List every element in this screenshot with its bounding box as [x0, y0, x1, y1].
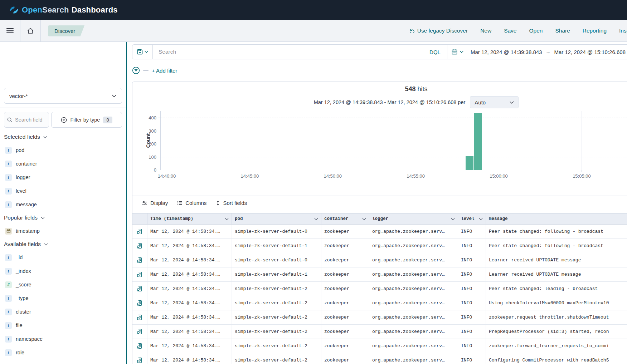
field-name: file [16, 323, 23, 328]
cell-logger: org.apache.zookeeper.serv… [369, 296, 458, 310]
index-pattern-select[interactable]: vector-* [4, 88, 122, 104]
search-input[interactable] [153, 49, 423, 55]
global-filter-icon [132, 67, 140, 74]
field-name: role [16, 350, 24, 355]
toolbar-button-label: Columns [185, 200, 206, 206]
chevron-down-icon [112, 94, 117, 97]
date-end[interactable]: Mar 12, 2024 @ 15:10:26.608 [554, 49, 626, 55]
date-quick-select-button[interactable] [447, 45, 468, 59]
field-search-input[interactable] [15, 117, 44, 123]
x-tick [582, 170, 582, 172]
field-group-header-selected-fields[interactable]: Selected fields [0, 131, 126, 143]
expand-document-button[interactable] [132, 325, 147, 339]
nav-item-use-legacy-discover[interactable]: Use legacy Discover [409, 28, 468, 34]
cell-level: INFO [458, 239, 486, 253]
field-name: _score [16, 282, 31, 287]
field-item-namespace[interactable]: tnamespace [0, 332, 126, 346]
histogram-bar[interactable] [466, 156, 473, 170]
home-button[interactable] [20, 20, 40, 41]
table-row: Mar 12, 2024 @ 14:58:34.…simple-zk-serve… [132, 253, 627, 267]
cell-container: zookeeper [321, 282, 369, 296]
expand-document-button[interactable] [132, 282, 147, 296]
x-tick-label: 14:50:00 [317, 173, 349, 179]
field-item-_id[interactable]: t_id [0, 251, 126, 264]
expand-document-button[interactable] [132, 253, 147, 267]
field-item-_index[interactable]: t_index [0, 264, 126, 278]
expand-document-button[interactable] [132, 339, 147, 353]
field-item-_type[interactable]: t_type [0, 291, 126, 305]
field-group-title: Available fields [4, 241, 41, 247]
field-item-_score[interactable]: #_score [0, 278, 126, 291]
field-item-message[interactable]: tmessage [0, 198, 126, 211]
saved-queries-button[interactable] [132, 45, 153, 59]
y-tick-label: 400 [141, 115, 156, 120]
field-item-level[interactable]: tlevel [0, 184, 126, 198]
inspect-document-icon [137, 271, 143, 277]
field-item-pod[interactable]: tpod [0, 143, 126, 157]
cell-level: INFO [458, 339, 486, 353]
nav-item-reporting[interactable]: Reporting [583, 28, 607, 34]
y-tick [158, 144, 161, 144]
cell-time: Mar 12, 2024 @ 14:58:34.… [147, 225, 232, 238]
cell-pod: simple-zk-server-default-2 [232, 282, 321, 296]
expand-document-button[interactable] [132, 267, 147, 281]
x-tick [167, 170, 167, 172]
interval-select[interactable]: Auto [470, 96, 519, 108]
opensearch-discover-page: { "app": { "logo_open": "Open", "logo_se… [0, 0, 627, 364]
cell-logger: org.apache.zookeeper.serv… [369, 239, 458, 253]
filter-by-type-button[interactable]: Filter by type 0 [51, 112, 122, 128]
y-tick [158, 118, 161, 118]
cell-level: INFO [458, 267, 486, 281]
header-cell-time-timestamp-[interactable]: Time (timestamp) [147, 213, 232, 224]
chevron-down-icon [225, 218, 229, 220]
header-cell-container[interactable]: container [321, 213, 369, 224]
x-tick [416, 170, 416, 172]
chevron-down-icon [451, 218, 455, 220]
nav-item-open[interactable]: Open [529, 28, 543, 34]
expand-document-button[interactable] [132, 225, 147, 238]
filter-dash [143, 70, 149, 71]
list-icon [177, 201, 183, 205]
histogram-bar[interactable] [474, 113, 482, 170]
cell-message: Learner received UPTODATE message [486, 267, 627, 281]
expand-document-button[interactable] [132, 296, 147, 310]
expand-document-button[interactable] [132, 239, 147, 253]
field-name: _type [16, 295, 28, 301]
y-gridline [161, 170, 627, 170]
field-item-role[interactable]: trole [0, 346, 126, 359]
field-item-cluster[interactable]: tcluster [0, 305, 126, 319]
field-item-timestamp[interactable]: timestamp [0, 224, 126, 238]
field-name: cluster [16, 309, 31, 315]
nav-item-new[interactable]: New [480, 28, 491, 34]
header-cell-message[interactable]: message [486, 213, 627, 224]
nav-item-inspect[interactable]: Inspect [619, 28, 627, 34]
expand-document-button[interactable] [132, 310, 147, 324]
field-group-header-popular-fields[interactable]: Popular fields [0, 211, 126, 224]
date-start[interactable]: Mar 12, 2024 @ 14:39:38.843 [471, 49, 542, 55]
y-gridline [161, 131, 627, 131]
query-language-button[interactable]: DQL [423, 49, 447, 55]
columns-button[interactable]: Columns [177, 200, 206, 206]
nav-item-label: Inspect [619, 28, 627, 34]
field-group-header-available-fields[interactable]: Available fields [0, 238, 126, 251]
nav-item-save[interactable]: Save [504, 28, 516, 34]
breadcrumb-discover[interactable]: Discover [48, 25, 84, 36]
header-cell-level[interactable]: level [458, 213, 486, 224]
arrow-right-icon: → [545, 49, 550, 55]
field-item-container[interactable]: tcontainer [0, 157, 126, 171]
add-filter-button[interactable]: + Add filter [152, 68, 177, 74]
cell-time: Mar 12, 2024 @ 14:58:34.… [147, 325, 232, 339]
nav-item-share[interactable]: Share [555, 28, 570, 34]
field-item-file[interactable]: tfile [0, 319, 126, 332]
field-type-icon: t [5, 254, 12, 261]
menu-button[interactable] [0, 20, 20, 41]
field-item-logger[interactable]: tlogger [0, 171, 126, 184]
header-cell-pod[interactable]: pod [232, 213, 321, 224]
chevron-down-icon [44, 243, 48, 246]
display-button[interactable]: Display [142, 200, 168, 206]
divider [0, 108, 126, 108]
expand-document-button[interactable] [132, 353, 147, 364]
cell-time: Mar 12, 2024 @ 14:58:34.… [147, 339, 232, 353]
header-cell-logger[interactable]: logger [369, 213, 458, 224]
sort-fields-button[interactable]: Sort fields [216, 200, 247, 206]
